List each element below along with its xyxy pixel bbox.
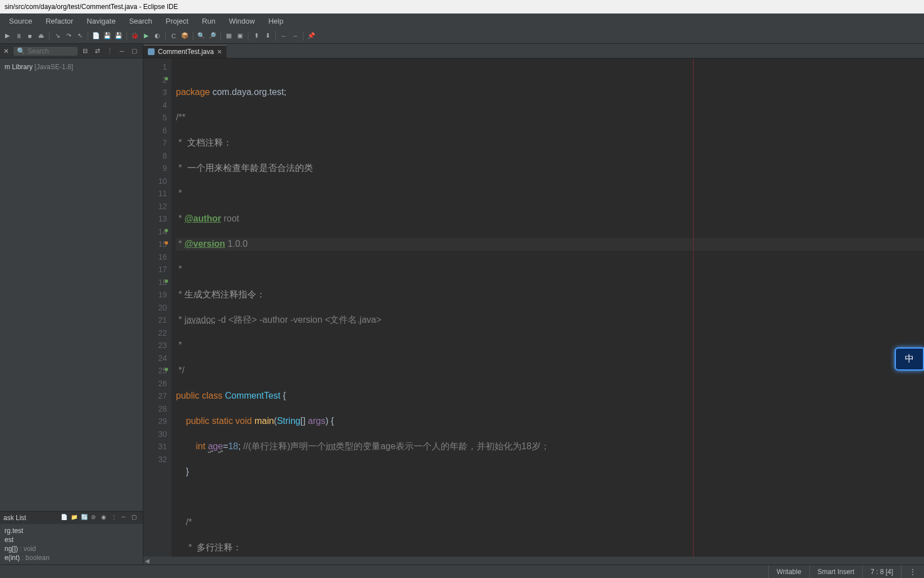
line-number: 13 bbox=[143, 213, 167, 225]
scroll-left-icon[interactable]: ◀ bbox=[143, 558, 151, 564]
task-list-header: ask List 📄 📁 🔄 ⊘ ◉ ⋮ ─ ▢ bbox=[0, 512, 143, 524]
step-return-icon[interactable]: ↖ bbox=[75, 31, 85, 41]
annotation-prev-icon[interactable]: ⬆ bbox=[251, 31, 261, 41]
package-explorer-header: ✕ 🔍 ⊟ ⇄ ⋮ ─ ▢ bbox=[0, 44, 143, 58]
editor-tab-bar: CommentTest.java ✕ bbox=[143, 44, 924, 58]
outline-class[interactable]: est bbox=[2, 535, 141, 544]
save-all-icon[interactable]: 💾 bbox=[114, 31, 124, 41]
separator bbox=[49, 31, 49, 40]
editor-area: CommentTest.java ✕ 1 2 3 4 5 6 7 8 9 10 … bbox=[143, 44, 924, 565]
status-writable: Writable bbox=[768, 565, 809, 578]
new-task-icon[interactable]: 📄 bbox=[61, 514, 69, 522]
maximize-icon[interactable]: ▢ bbox=[129, 46, 139, 56]
forward-icon[interactable]: → bbox=[290, 31, 300, 41]
line-number: 26 bbox=[143, 377, 167, 390]
new-class-icon[interactable]: C bbox=[169, 31, 179, 41]
minimize-icon[interactable]: ─ bbox=[121, 514, 129, 522]
ime-indicator[interactable]: 中 bbox=[895, 347, 924, 371]
menu-refactor[interactable]: Refactor bbox=[39, 15, 80, 27]
left-panel: ✕ 🔍 ⊟ ⇄ ⋮ ─ ▢ m Library [JavaSE-1.8] ask… bbox=[0, 44, 143, 565]
horizontal-scrollbar[interactable]: ◀ bbox=[143, 557, 924, 565]
pause-icon[interactable]: ⏸ bbox=[13, 31, 24, 41]
outline-checkage[interactable]: e(int) : boolean bbox=[2, 553, 141, 562]
close-icon[interactable]: ✕ bbox=[3, 47, 9, 55]
toggle-mark-icon[interactable]: ▣ bbox=[235, 31, 245, 41]
step-into-icon[interactable]: ↘ bbox=[52, 31, 62, 41]
disconnect-icon[interactable]: ⏏ bbox=[36, 31, 46, 41]
step-over-icon[interactable]: ↷ bbox=[64, 31, 74, 41]
menu-bar: Source Refactor Navigate Search Project … bbox=[0, 13, 924, 28]
menu-search[interactable]: Search bbox=[123, 15, 159, 27]
maximize-icon[interactable]: ▢ bbox=[132, 514, 139, 522]
new-package-icon[interactable]: 📦 bbox=[180, 31, 190, 41]
menu-source[interactable]: Source bbox=[2, 15, 39, 27]
line-number: 1 bbox=[143, 61, 167, 74]
line-number: 4 bbox=[143, 99, 167, 112]
code-editor[interactable]: package com.daya.org.test; /** * 文档注释： *… bbox=[171, 58, 924, 557]
line-number: 16 bbox=[143, 251, 167, 264]
toggle-breadcrumb-icon[interactable]: ▦ bbox=[224, 31, 234, 41]
search-input[interactable] bbox=[28, 47, 74, 55]
line-number: 10 bbox=[143, 175, 167, 188]
separator bbox=[193, 31, 193, 40]
outline-package[interactable]: rg.test bbox=[2, 526, 141, 535]
line-number: 27 bbox=[143, 390, 167, 403]
pin-icon[interactable]: 📌 bbox=[306, 31, 316, 41]
line-number: 18 bbox=[143, 276, 167, 289]
new-icon[interactable]: 📄 bbox=[91, 31, 101, 41]
line-number: 7 bbox=[143, 137, 167, 150]
editor-tab-commenttest[interactable]: CommentTest.java ✕ bbox=[143, 45, 227, 58]
view-menu-icon[interactable]: ⋮ bbox=[105, 46, 115, 56]
main-toolbar: ▶ ⏸ ■ ⏏ ↘ ↷ ↖ 📄 💾 💾 🐞 ▶ ◐ C 📦 🔍 🔎 ▦ ▣ ⬆ … bbox=[0, 28, 924, 44]
save-icon[interactable]: 💾 bbox=[102, 31, 112, 41]
print-margin bbox=[693, 58, 694, 557]
focus-icon[interactable]: ◉ bbox=[101, 514, 109, 522]
line-number: 3 bbox=[143, 86, 167, 99]
view-menu-icon[interactable]: ⋮ bbox=[111, 514, 119, 522]
close-icon[interactable]: ✕ bbox=[217, 48, 222, 56]
code-container: 1 2 3 4 5 6 7 8 9 10 11 12 13 14 15 16 1… bbox=[143, 58, 924, 557]
line-number-gutter[interactable]: 1 2 3 4 5 6 7 8 9 10 11 12 13 14 15 16 1… bbox=[143, 58, 171, 557]
line-number: 15 bbox=[143, 238, 167, 251]
hide-icon[interactable]: ⊘ bbox=[91, 514, 99, 522]
annotation-next-icon[interactable]: ⬇ bbox=[262, 31, 273, 41]
line-number: 29 bbox=[143, 415, 167, 428]
line-number: 9 bbox=[143, 162, 167, 175]
package-explorer-tree[interactable]: m Library [JavaSE-1.8] bbox=[0, 58, 143, 511]
search-icon[interactable]: 🔎 bbox=[207, 31, 218, 41]
back-icon[interactable]: ← bbox=[279, 31, 289, 41]
menu-project[interactable]: Project bbox=[159, 15, 195, 27]
coverage-icon[interactable]: ◐ bbox=[152, 31, 162, 41]
line-number: 12 bbox=[143, 200, 167, 213]
menu-window[interactable]: Window bbox=[222, 15, 261, 27]
status-menu-icon[interactable]: ⋮ bbox=[901, 565, 924, 578]
run-icon[interactable]: ▶ bbox=[141, 31, 151, 41]
menu-run[interactable]: Run bbox=[195, 15, 222, 27]
task-list-title: ask List bbox=[3, 514, 26, 522]
sync-icon[interactable]: 🔄 bbox=[81, 514, 89, 522]
menu-navigate[interactable]: Navigate bbox=[80, 15, 122, 27]
line-number: 6 bbox=[143, 124, 167, 137]
link-editor-icon[interactable]: ⇄ bbox=[92, 46, 102, 56]
line-number: 23 bbox=[143, 339, 167, 352]
separator bbox=[126, 31, 127, 40]
line-number: 14 bbox=[143, 225, 167, 238]
separator bbox=[303, 31, 304, 40]
open-type-icon[interactable]: 🔍 bbox=[196, 31, 206, 41]
separator bbox=[248, 31, 248, 40]
menu-help[interactable]: Help bbox=[261, 15, 290, 27]
line-number: 21 bbox=[143, 314, 167, 327]
debug-icon[interactable]: 🐞 bbox=[130, 31, 140, 41]
search-box[interactable]: 🔍 bbox=[13, 47, 78, 56]
resume-icon[interactable]: ▶ bbox=[2, 31, 12, 41]
window-title: sin/src/com/daya/org/test/CommentTest.ja… bbox=[4, 3, 178, 11]
tree-item-library[interactable]: m Library [JavaSE-1.8] bbox=[2, 62, 141, 72]
categorize-icon[interactable]: 📁 bbox=[71, 514, 79, 522]
separator bbox=[275, 31, 276, 40]
outline-tree[interactable]: rg.test est ng[]) : void e(int) : boolea… bbox=[0, 524, 143, 565]
collapse-all-icon[interactable]: ⊟ bbox=[80, 46, 90, 56]
outline-main[interactable]: ng[]) : void bbox=[2, 544, 141, 553]
minimize-icon[interactable]: ─ bbox=[117, 46, 127, 56]
line-number: 19 bbox=[143, 288, 167, 301]
stop-icon[interactable]: ■ bbox=[25, 31, 35, 41]
